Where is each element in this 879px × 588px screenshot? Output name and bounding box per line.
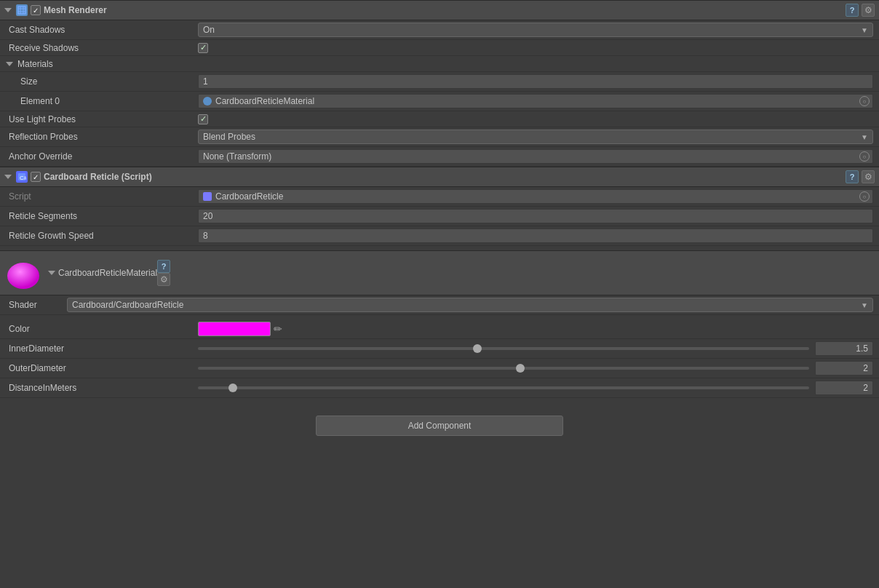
color-swatch[interactable] <box>198 322 271 336</box>
color-value: ✏ <box>198 322 873 336</box>
script-enabled-checkbox[interactable]: ✓ <box>31 172 41 182</box>
shader-dropdown[interactable]: Cardboard/CardboardReticle ▼ <box>67 298 873 312</box>
collapse-arrow-mesh-renderer[interactable] <box>4 8 12 12</box>
reticle-growth-speed-row: Reticle Growth Speed <box>0 226 879 246</box>
inspector-panel: ✓ Mesh Renderer ? ⚙ Cast Shadows On ▼ Re… <box>0 0 879 453</box>
element0-field[interactable]: CardboardReticleMaterial ○ <box>198 94 873 108</box>
material-gear-icon: ⚙ <box>160 274 168 285</box>
reflection-probes-dropdown-arrow: ▼ <box>861 133 868 141</box>
mesh-renderer-header: ✓ Mesh Renderer ? ⚙ <box>0 0 879 20</box>
use-light-probes-label: Use Light Probes <box>9 114 198 124</box>
material-dot-icon <box>203 97 212 106</box>
receive-shadows-row: Receive Shadows ✓ <box>0 40 879 56</box>
script-title: Cardboard Reticle (Script) <box>44 172 846 182</box>
inner-diameter-value <box>198 341 873 356</box>
cast-shadows-dropdown[interactable]: On ▼ <box>198 23 873 37</box>
cardboard-reticle-script-header: C# ✓ Cardboard Reticle (Script) ? ⚙ <box>0 167 879 187</box>
script-value: CardboardReticle ○ <box>198 189 873 204</box>
distance-in-meters-slider-track[interactable] <box>198 386 809 389</box>
distance-in-meters-slider-thumb[interactable] <box>228 384 237 392</box>
outer-diameter-value <box>198 361 873 376</box>
receive-shadows-label: Receive Shadows <box>9 43 198 53</box>
distance-in-meters-value <box>198 381 873 395</box>
material-help-button[interactable]: ? <box>157 260 170 273</box>
materials-size-input[interactable] <box>198 74 873 89</box>
shader-dropdown-arrow: ▼ <box>861 301 868 309</box>
color-picker-icon[interactable]: ✏ <box>274 323 282 335</box>
material-title: CardboardReticleMaterial <box>58 268 157 278</box>
distance-in-meters-slider-container <box>198 381 873 395</box>
outer-diameter-row: OuterDiameter <box>0 359 879 378</box>
mesh-renderer-header-icons: ? ⚙ <box>846 4 875 17</box>
reflection-probes-dropdown[interactable]: Blend Probes ▼ <box>198 130 873 144</box>
script-dot-icon <box>203 192 212 201</box>
reticle-growth-speed-input[interactable] <box>198 229 873 243</box>
color-label: Color <box>9 324 198 334</box>
script-row: Script CardboardReticle ○ <box>0 187 879 207</box>
use-light-probes-checkbox[interactable]: ✓ <box>198 114 208 124</box>
cast-shadows-row: Cast Shadows On ▼ <box>0 20 879 40</box>
svg-point-7 <box>7 263 39 289</box>
cast-shadows-value: On ▼ <box>198 23 873 37</box>
script-icon: C# <box>16 171 28 183</box>
shader-label: Shader <box>9 300 67 310</box>
material-preview-icon <box>4 254 42 292</box>
cast-shadows-label: Cast Shadows <box>9 25 198 35</box>
inner-diameter-row: InnerDiameter <box>0 339 879 359</box>
reticle-segments-value <box>198 209 873 223</box>
script-label: Script <box>9 191 198 202</box>
material-header: CardboardReticleMaterial ? ⚙ <box>0 250 879 295</box>
inner-diameter-slider-thumb[interactable] <box>473 344 482 353</box>
reflection-probes-value: Blend Probes ▼ <box>198 130 873 144</box>
collapse-arrow-script[interactable] <box>4 175 12 179</box>
element0-label: Element 0 <box>9 96 198 106</box>
receive-shadows-checkbox[interactable]: ✓ <box>198 43 208 53</box>
receive-shadows-value: ✓ <box>198 43 873 53</box>
anchor-override-value: None (Transform) ○ <box>198 149 873 164</box>
element0-picker-button[interactable]: ○ <box>859 96 870 106</box>
svg-rect-0 <box>18 7 25 14</box>
reticle-segments-input[interactable] <box>198 209 873 223</box>
material-gear-button[interactable]: ⚙ <box>157 273 170 286</box>
reticle-segments-label: Reticle Segments <box>9 211 198 221</box>
inner-diameter-slider-track[interactable] <box>198 347 809 350</box>
mesh-renderer-icon <box>16 4 28 16</box>
materials-size-value <box>198 74 873 89</box>
materials-collapse-arrow[interactable] <box>6 62 13 66</box>
use-light-probes-row: Use Light Probes ✓ <box>0 111 879 127</box>
svg-text:C#: C# <box>20 175 26 181</box>
script-gear-button[interactable]: ⚙ <box>862 170 875 183</box>
mesh-renderer-gear-button[interactable]: ⚙ <box>862 4 875 17</box>
script-picker-button[interactable]: ○ <box>859 191 870 202</box>
script-gear-icon: ⚙ <box>864 172 872 182</box>
outer-diameter-slider-container <box>198 361 873 376</box>
script-header-icons: ? ⚙ <box>846 170 875 183</box>
anchor-override-row: Anchor Override None (Transform) ○ <box>0 147 879 167</box>
anchor-override-field[interactable]: None (Transform) ○ <box>198 149 873 164</box>
materials-size-row: Size <box>0 72 879 92</box>
element0-row: Element 0 CardboardReticleMaterial ○ <box>0 92 879 111</box>
distance-in-meters-row: DistanceInMeters <box>0 378 879 398</box>
distance-in-meters-input[interactable] <box>815 381 873 395</box>
add-component-button[interactable]: Add Component <box>316 416 563 436</box>
shader-value: Cardboard/CardboardReticle ▼ <box>67 298 873 312</box>
outer-diameter-slider-track[interactable] <box>198 367 809 370</box>
reticle-growth-speed-value <box>198 229 873 243</box>
shader-row: Shader Cardboard/CardboardReticle ▼ <box>0 295 879 315</box>
material-collapse-arrow[interactable] <box>48 271 55 275</box>
script-field[interactable]: CardboardReticle ○ <box>198 189 873 204</box>
reticle-segments-row: Reticle Segments <box>0 207 879 226</box>
outer-diameter-input[interactable] <box>815 361 873 376</box>
distance-in-meters-label: DistanceInMeters <box>9 383 198 393</box>
inner-diameter-slider-container <box>198 341 873 356</box>
add-component-container: Add Component <box>0 398 879 453</box>
mesh-renderer-enabled-checkbox[interactable]: ✓ <box>31 5 41 15</box>
materials-subheader: Materials <box>0 56 879 72</box>
mesh-renderer-help-button[interactable]: ? <box>846 4 859 17</box>
anchor-override-label: Anchor Override <box>9 151 198 162</box>
reflection-probes-row: Reflection Probes Blend Probes ▼ <box>0 127 879 147</box>
outer-diameter-slider-thumb[interactable] <box>516 364 525 373</box>
anchor-override-picker-button[interactable]: ○ <box>859 151 870 162</box>
script-help-button[interactable]: ? <box>846 170 859 183</box>
inner-diameter-input[interactable] <box>815 341 873 356</box>
